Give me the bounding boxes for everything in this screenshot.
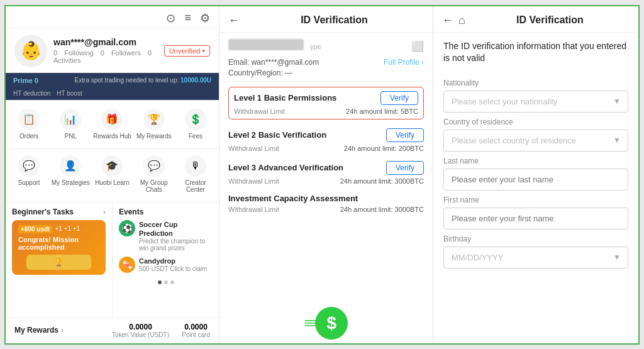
event-text-candy: Candydrop 500 USDT Click to claim: [139, 257, 207, 272]
point-card-value: 0.0000: [182, 323, 210, 331]
point-card-item: 0.0000 Point card: [182, 323, 210, 338]
nationality-select-wrapper: Please select your nationality ▼: [443, 91, 628, 113]
nationality-select[interactable]: Please select your nationality: [443, 91, 628, 113]
invest-limit-row: Withdrawal Limit 24h amount limit: 3000B…: [228, 206, 424, 213]
list-icon[interactable]: ≡: [184, 11, 191, 25]
verif-item-level3: Level 3 Advanced Verification Verify Wit…: [228, 161, 424, 185]
verif-limit-row-3: Withdrawal Limit 24h amount limit: 3000B…: [228, 177, 424, 185]
invest-limit-label: Withdrawal Limit: [228, 206, 279, 213]
rewards-bottom-title: My Rewards ›: [14, 326, 64, 335]
id-blur-image: [228, 39, 304, 50]
verif-header-2: Level 2 Basic Verification Verify: [228, 128, 424, 142]
user-id-section: ype ⬜ Email: wan****@gmail.com Full Prof…: [219, 33, 433, 82]
lastname-label: Last name: [443, 157, 628, 165]
nav-orders[interactable]: 📋 Orders: [8, 105, 50, 143]
support-label: Support: [18, 179, 40, 186]
ht-deduction[interactable]: HT deduction: [13, 90, 50, 97]
right-panel-header: ← ⌂ ID Verification: [433, 6, 638, 33]
token-value-item: 0.0000 Token Value (USDT): [112, 323, 169, 338]
nav-my-rewards[interactable]: 🏆 My Rewards: [133, 105, 175, 143]
birthday-select[interactable]: MM/DD/YYYY: [443, 247, 628, 269]
carousel-dots: [119, 278, 213, 287]
candydrop-icon: 🍬: [119, 257, 135, 273]
task-reward-row: +800 usdt +1 +1 +1: [18, 225, 99, 233]
orders-icon: 📋: [18, 109, 40, 130]
mid-panel: ← ID Verification ype ⬜ Email: wan****@g…: [219, 6, 433, 343]
nav-pnl[interactable]: 📊 PNL: [50, 105, 91, 143]
gear-icon[interactable]: ⚙: [200, 11, 210, 25]
user-section: 👶 wan****@gmail.com 0 Following 0 Follow…: [6, 28, 219, 73]
id-email: Email: wan****@gmail.com Full Profile ›: [228, 58, 424, 67]
full-profile-link[interactable]: Full Profile ›: [384, 58, 424, 67]
home-icon[interactable]: ⌂: [458, 14, 465, 27]
country-residence-select[interactable]: Please select country of residence: [443, 130, 628, 152]
back-arrow-icon[interactable]: ←: [228, 14, 240, 27]
nav-learn[interactable]: 🎓 Huobi Learn: [91, 152, 133, 197]
rewards-hub-icon: 🎁: [101, 109, 123, 130]
task-claim-button[interactable]: 🏆: [26, 255, 91, 270]
unverified-badge[interactable]: Unverified: [164, 45, 210, 57]
nav-grid-2: 💬 Support 👤 My Strategies 🎓 Huobi Learn …: [6, 149, 219, 202]
country-residence-select-wrapper: Please select country of residence ▼: [443, 130, 628, 152]
mid-panel-header: ← ID Verification: [219, 6, 433, 33]
mid-panel-title: ID Verification: [245, 14, 424, 26]
verification-list: Level 1 Basic Permissions Verify Withdra…: [219, 82, 433, 301]
left-panel: ⊙ ≡ ⚙ 👶 wan****@gmail.com 0 Following 0 …: [6, 6, 219, 343]
creator-icon: 🎙: [185, 155, 206, 177]
id-upload-icon[interactable]: ⬜: [411, 40, 424, 52]
verif-title-1: Level 1 Basic Permissions: [234, 93, 336, 102]
token-value-label: Token Value (USDT): [112, 331, 169, 338]
nav-creator[interactable]: 🎙 Creator Center: [175, 152, 216, 197]
rewards-chevron-icon: ›: [61, 326, 64, 335]
crypto-footer: ≡≡ $: [219, 301, 433, 343]
learn-icon: 🎓: [101, 155, 123, 177]
prime-bar: Prime 0 Extra spot trading needed to lev…: [6, 73, 219, 88]
limit-label-2: Withdrawal Limit: [228, 145, 279, 152]
tasks-col: Beginner's Tasks › +800 usdt +1 +1 +1 Co…: [6, 202, 113, 317]
event-item-soccer[interactable]: ⚽ Soccer Cup Prediction Predict the cham…: [119, 220, 213, 252]
dot-2: [164, 280, 168, 284]
firstname-label: First name: [443, 196, 628, 204]
right-back-arrow-icon[interactable]: ←: [442, 14, 453, 27]
verify-btn-3[interactable]: Verify: [386, 161, 424, 175]
invest-limit-val: 24h amount limit: 3000BTC: [340, 206, 424, 213]
nav-group-chats[interactable]: 💬 My Group Chats: [133, 152, 175, 197]
birthday-select-wrapper: MM/DD/YYYY ▼: [443, 247, 628, 269]
firstname-input[interactable]: [443, 208, 628, 230]
lastname-input[interactable]: [443, 169, 628, 191]
nav-rewards-hub[interactable]: 🎁 Rewards Hub: [91, 105, 133, 143]
my-rewards-bottom: My Rewards › 0.0000 Token Value (USDT) 0…: [6, 317, 219, 343]
orders-label: Orders: [19, 133, 39, 140]
ht-bar: HT deduction HT boost: [6, 88, 219, 100]
right-panel-title: ID Verification: [470, 14, 630, 26]
nav-support[interactable]: 💬 Support: [8, 152, 50, 197]
event-text-soccer: Soccer Cup Prediction Predict the champi…: [139, 220, 213, 252]
support-icon: 💬: [18, 155, 40, 177]
event-item-candydrop[interactable]: 🍬 Candydrop 500 USDT Click to claim: [119, 257, 213, 273]
prime-label: Prime 0: [13, 77, 38, 84]
followers-count: 0 Followers: [101, 49, 141, 57]
ht-boost[interactable]: HT boost: [57, 90, 82, 97]
nav-fees[interactable]: 💲 Fees: [175, 105, 216, 143]
strategies-icon: 👤: [60, 155, 81, 177]
fees-label: Fees: [189, 133, 203, 140]
task-badge: +800 usdt: [18, 225, 52, 233]
birthday-label: Birthday: [443, 235, 628, 243]
reward-values: 0.0000 Token Value (USDT) 0.0000 Point c…: [112, 323, 210, 338]
fees-icon: 💲: [185, 109, 206, 130]
limit-label-3: Withdrawal Limit: [228, 177, 279, 185]
user-stats: 0 Following 0 Followers 0 Activities: [53, 49, 158, 64]
verify-btn-2[interactable]: Verify: [386, 128, 424, 142]
error-message: The ID verification information that you…: [433, 33, 638, 70]
scan-icon[interactable]: ⊙: [166, 11, 175, 25]
verif-header-3: Level 3 Advanced Verification Verify: [228, 161, 424, 175]
invest-title: Investment Capacity Assessment: [228, 194, 358, 203]
rewards-hub-label: Rewards Hub: [93, 133, 131, 140]
point-card-label: Point card: [182, 331, 210, 338]
verify-btn-1[interactable]: Verify: [380, 91, 418, 105]
beginner-tasks-title: Beginner's Tasks ›: [12, 208, 106, 216]
nav-strategies[interactable]: 👤 My Strategies: [50, 152, 91, 197]
two-col-section: Beginner's Tasks › +800 usdt +1 +1 +1 Co…: [6, 202, 219, 317]
following-count: 0 Following: [53, 49, 94, 57]
events-col: Events ⚽ Soccer Cup Prediction Predict t…: [113, 202, 219, 317]
